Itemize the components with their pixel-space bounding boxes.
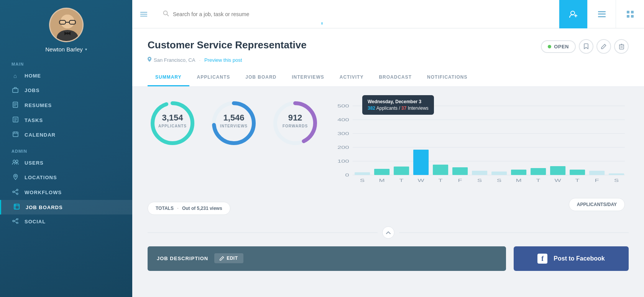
tab-applicants[interactable]: APPLICANTS: [189, 70, 238, 86]
bottom-section: JOB DESCRIPTION EDIT f Post to Facebook: [132, 239, 644, 279]
sidebar: Newton Barley ▾ Main ⌂ HOME JOBS RESUMES…: [0, 0, 132, 297]
bookmark-button[interactable]: [579, 39, 593, 54]
list-view-button[interactable]: [587, 0, 616, 28]
sidebar-section-admin: Admin: [0, 142, 132, 156]
svg-text:W: W: [555, 178, 561, 183]
social-icon: [12, 218, 19, 225]
locations-icon: [12, 174, 19, 181]
svg-line-30: [14, 192, 16, 194]
edit-job-description-button[interactable]: EDIT: [214, 253, 243, 263]
topbar-actions: [559, 0, 644, 28]
svg-point-26: [13, 191, 14, 193]
svg-point-61: [153, 103, 192, 143]
location-pin-icon: [148, 57, 151, 63]
user-dropdown-chevron: ▾: [85, 47, 87, 51]
sidebar-item-locations[interactable]: LOCATIONS: [0, 170, 132, 185]
svg-text:M: M: [379, 178, 385, 183]
applicants-per-day-pill[interactable]: APPLICANTS/DAY: [569, 198, 625, 211]
svg-text:200: 200: [337, 145, 349, 150]
collapse-button[interactable]: [382, 226, 394, 239]
donut-section: 3,154 APPLICANTS 1,546 INTERVIEWS: [148, 98, 320, 148]
edit-job-button[interactable]: [596, 39, 611, 54]
calendar-icon: [12, 131, 19, 138]
sidebar-item-home[interactable]: ⌂ HOME: [0, 69, 132, 83]
tab-job-board[interactable]: JOB BOARD: [238, 70, 284, 86]
sidebar-item-jobs[interactable]: JOBS: [0, 83, 132, 98]
svg-rect-87: [413, 150, 429, 175]
tab-broadcast[interactable]: BROADCAST: [371, 70, 419, 86]
job-boards-icon: [13, 204, 20, 211]
svg-text:APPLICANTS: APPLICANTS: [158, 124, 187, 128]
svg-line-37: [14, 219, 16, 221]
svg-text:F: F: [458, 178, 462, 183]
grid-view-button[interactable]: [616, 0, 644, 28]
job-description-header: JOB DESCRIPTION EDIT: [148, 246, 506, 270]
preview-post-link[interactable]: Preview this post: [204, 57, 242, 63]
svg-line-43: [167, 14, 169, 16]
job-header: Customer Service Representative OPEN: [132, 28, 644, 87]
svg-text:0: 0: [345, 173, 349, 177]
svg-text:T: T: [399, 178, 404, 183]
sidebar-section-main: Main: [0, 55, 132, 69]
hamburger-button[interactable]: [132, 12, 155, 17]
svg-rect-94: [550, 166, 565, 175]
sidebar-item-resumes[interactable]: RESUMES: [0, 98, 132, 113]
svg-text:S: S: [497, 178, 501, 183]
job-title: Customer Service Representative: [148, 39, 307, 51]
tab-summary[interactable]: SUMMARY: [148, 70, 189, 86]
applicants-donut: 3,154 APPLICANTS: [148, 98, 197, 148]
forwards-donut: 912 FORWARDS: [270, 98, 320, 148]
svg-point-25: [15, 175, 16, 177]
search-input[interactable]: [173, 11, 551, 17]
search-icon: [163, 10, 169, 18]
svg-text:S: S: [614, 178, 619, 183]
svg-text:T: T: [575, 178, 580, 183]
totals-pill[interactable]: TOTALS · Out of 5,231 views: [148, 202, 230, 215]
avatar: [49, 8, 84, 42]
svg-rect-50: [627, 11, 629, 13]
svg-point-35: [16, 218, 18, 220]
users-icon: [12, 160, 19, 166]
svg-text:3,154: 3,154: [162, 113, 183, 122]
search-area: [155, 10, 559, 18]
status-badge[interactable]: OPEN: [541, 40, 576, 53]
sidebar-item-users[interactable]: USERS: [0, 156, 132, 170]
job-actions: OPEN: [541, 39, 629, 54]
svg-rect-93: [531, 168, 546, 175]
tabs: SUMMARY APPLICANTS JOB BOARD INTERVIEWS …: [148, 70, 629, 86]
svg-rect-88: [433, 165, 448, 175]
svg-line-38: [14, 221, 16, 223]
interviews-donut: 1,546 INTERVIEWS: [209, 98, 259, 148]
svg-rect-53: [631, 15, 634, 18]
post-to-facebook-button[interactable]: f Post to Facebook: [514, 246, 629, 271]
svg-rect-96: [589, 171, 605, 175]
svg-text:912: 912: [288, 113, 302, 122]
tab-interviews[interactable]: INTERVIEWS: [284, 70, 332, 86]
sidebar-item-workflows[interactable]: WORKFLOWS: [0, 185, 132, 200]
tab-activity[interactable]: ACTIVITY: [332, 70, 371, 86]
sidebar-item-job-boards[interactable]: JOB BOARDS: [0, 200, 132, 214]
svg-text:M: M: [516, 178, 522, 183]
sidebar-item-social[interactable]: SOCIAL: [0, 214, 132, 229]
svg-text:FORWARDS: FORWARDS: [283, 124, 308, 128]
job-description-label: JOB DESCRIPTION: [157, 256, 208, 261]
job-description-card: JOB DESCRIPTION EDIT: [148, 246, 506, 271]
bar-chart-section: Wednesday, December 3 382 Applicants / 3…: [320, 98, 629, 186]
svg-text:500: 500: [337, 104, 349, 108]
svg-rect-90: [472, 171, 487, 175]
sidebar-item-calendar[interactable]: CALENDAR: [0, 127, 132, 142]
user-name-label[interactable]: Newton Barley ▾: [45, 46, 87, 53]
svg-text:100: 100: [337, 159, 349, 163]
status-dot: [548, 45, 551, 48]
svg-text:300: 300: [337, 132, 349, 136]
sidebar-item-tasks[interactable]: TASKS: [0, 113, 132, 127]
delete-job-button[interactable]: [614, 39, 629, 54]
svg-text:W: W: [418, 178, 424, 183]
add-person-button[interactable]: [559, 0, 587, 28]
svg-rect-47: [598, 11, 606, 12]
tab-notifications[interactable]: NOTIFICATIONS: [419, 70, 475, 86]
svg-rect-48: [598, 13, 606, 15]
divider-line-right: [399, 233, 629, 233]
svg-rect-49: [598, 16, 606, 17]
workflows-icon: [12, 189, 19, 196]
